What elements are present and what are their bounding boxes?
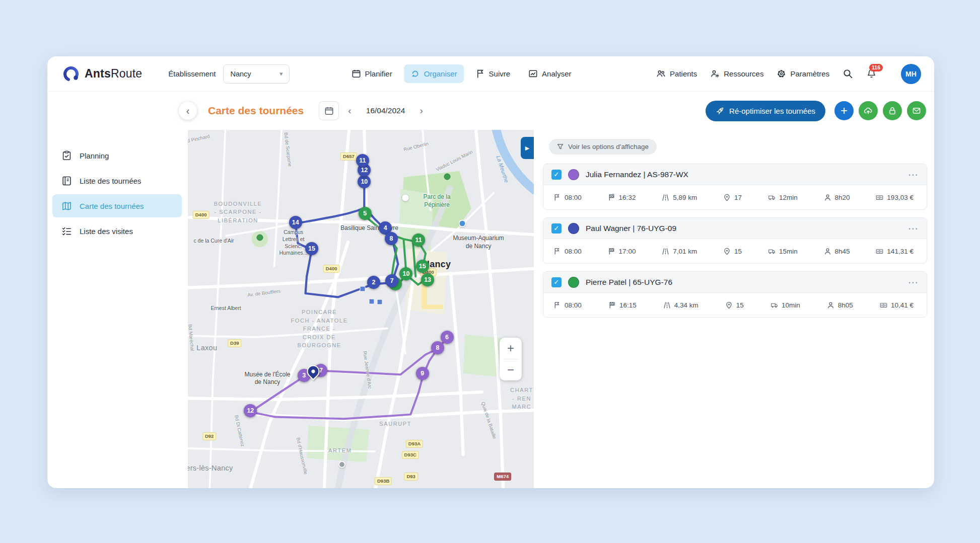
brand-logo[interactable]: AntsRoute — [62, 65, 142, 83]
stat-work-duration: 8h45 — [824, 248, 850, 255]
route-color-dot — [568, 169, 579, 180]
stat-stops: 15 — [725, 301, 744, 309]
map-marker[interactable]: 5 — [359, 207, 372, 220]
nav-planifier[interactable]: Planifier — [345, 64, 399, 83]
person-icon — [824, 194, 831, 201]
map[interactable]: Bd de Scarponed PinchardRue OberlinViadu… — [188, 130, 534, 488]
route-card: ✓ Julia Fernandez | AS-987-WX ⋯ 08: — [543, 164, 927, 210]
nav-ressources[interactable]: Ressources — [710, 69, 763, 79]
check-icon: ✓ — [554, 171, 559, 178]
route-card-header[interactable]: ✓ Pierre Patel | 65-UYG-76 ⋯ — [543, 272, 927, 293]
nav-analyser[interactable]: Analyser — [522, 64, 578, 83]
route-card-header[interactable]: ✓ Julia Fernandez | AS-987-WX ⋯ — [543, 164, 927, 185]
map-marker[interactable]: 10 — [399, 267, 412, 280]
patients-icon — [656, 69, 666, 79]
route-card-header[interactable]: ✓ Paul Wagner | 76-UYG-09 ⋯ — [543, 218, 927, 239]
stat-start-time: 08:00 — [553, 248, 582, 255]
page-title: Carte des tournées — [208, 105, 304, 117]
nav-suivre[interactable]: Suivre — [469, 64, 517, 83]
marker-number: 7 — [390, 277, 394, 284]
marker-number: 3 — [302, 372, 306, 379]
mail-button[interactable] — [907, 101, 926, 120]
nav-organiser[interactable]: Organiser — [404, 64, 464, 83]
map-marker[interactable]: 13 — [421, 273, 434, 286]
map-marker[interactable]: 15 — [416, 260, 429, 273]
zoom-out-button[interactable]: − — [500, 359, 522, 380]
expand-panel-button[interactable]: ▶ — [521, 137, 534, 159]
map-marker[interactable]: 15 — [305, 242, 318, 255]
map-marker[interactable]: 3 — [298, 369, 311, 382]
sidebar-item-liste-tournees[interactable]: Liste des tournées — [52, 169, 182, 192]
map-marker[interactable]: 8 — [385, 232, 398, 245]
map-marker[interactable]: 2 — [367, 276, 380, 289]
sidebar-item-planning[interactable]: Planning — [52, 144, 182, 167]
map-marker[interactable]: 11 — [412, 234, 425, 247]
sidebar-item-liste-visites[interactable]: Liste des visites — [52, 219, 182, 243]
brand-name: AntsRoute — [85, 67, 142, 81]
page: AntsRoute Établissement Nancy ▾ Planifie… — [0, 0, 980, 543]
stat-cost: 193,03 € — [876, 194, 914, 201]
map-marker[interactable]: 8 — [431, 341, 444, 354]
nav-patients[interactable]: Patients — [656, 69, 697, 79]
route-checkbox[interactable]: ✓ — [551, 170, 562, 180]
back-button[interactable]: ‹ — [179, 102, 197, 120]
map-marker[interactable]: 14 — [289, 216, 302, 229]
marker-number: 11 — [359, 157, 366, 164]
rocket-icon — [716, 107, 724, 115]
establishment-value: Nancy — [231, 70, 251, 78]
add-button[interactable]: + — [834, 101, 854, 120]
next-day-button[interactable]: › — [413, 103, 430, 118]
person-icon — [827, 301, 834, 309]
route-menu-button[interactable]: ⋯ — [908, 169, 919, 181]
reoptimize-button[interactable]: Ré-optimiser les tournées — [706, 101, 825, 121]
finish-flag-icon — [608, 194, 615, 201]
banknote-icon — [876, 248, 883, 255]
notifications-button[interactable]: 116 — [866, 68, 877, 79]
map-marker[interactable]: 6 — [441, 331, 454, 344]
sidebar: Planning Liste des tournées Carte des to… — [47, 92, 188, 488]
display-options-button[interactable]: Voir les options d'affichage — [549, 139, 657, 154]
lock-icon — [888, 106, 897, 115]
marker-number: 13 — [424, 276, 431, 283]
stat-start-time: 08:00 — [553, 301, 582, 309]
map-marker[interactable]: 9 — [416, 367, 429, 380]
marker-number: 15 — [419, 263, 426, 270]
marker-number: 8 — [436, 344, 440, 351]
cloud-sync-button[interactable] — [859, 101, 878, 120]
route-driver-name: Julia Fernandez | AS-987-WX — [586, 170, 688, 179]
banknote-icon — [876, 194, 883, 201]
zoom-in-button[interactable]: + — [500, 338, 522, 359]
map-marker[interactable]: 12 — [244, 404, 257, 417]
user-avatar[interactable]: MH — [901, 64, 921, 84]
pin-icon — [723, 248, 731, 255]
establishment-label: Établissement — [168, 69, 216, 78]
map-marker[interactable]: 11 — [356, 154, 369, 167]
route-driver-name: Pierre Patel | 65-UYG-76 — [586, 278, 672, 287]
marker-layer: 5 4 8 11 15 10 — [188, 130, 534, 488]
expand-icon: ▶ — [525, 145, 529, 151]
route-driver-name: Paul Wagner | 76-UYG-09 — [586, 224, 676, 233]
route-menu-button[interactable]: ⋯ — [908, 222, 919, 235]
map-marker[interactable]: 7 — [314, 364, 327, 377]
clipboard-icon — [61, 150, 72, 161]
route-menu-button[interactable]: ⋯ — [908, 276, 919, 288]
route-checkbox[interactable]: ✓ — [551, 277, 562, 287]
marker-number: 9 — [421, 370, 424, 377]
sidebar-item-carte-tournees[interactable]: Carte des tournées — [52, 194, 182, 217]
gear-icon — [777, 69, 786, 79]
establishment-select[interactable]: Nancy ▾ — [223, 64, 290, 84]
stat-cost: 141,31 € — [876, 248, 914, 255]
stat-distance: 5,89 km — [662, 194, 697, 201]
nav-parametres[interactable]: Paramètres — [777, 69, 829, 79]
book-icon — [61, 176, 72, 186]
lock-button[interactable] — [883, 101, 902, 120]
vehicle-icon — [768, 194, 776, 201]
search-button[interactable] — [843, 68, 853, 79]
marker-number: 4 — [384, 224, 387, 231]
route-checkbox[interactable]: ✓ — [551, 223, 562, 234]
previous-day-button[interactable]: ‹ — [341, 103, 358, 118]
stat-distance: 7,01 km — [662, 248, 697, 255]
marker-number: 11 — [415, 237, 422, 244]
stat-drive-time: 12min — [768, 194, 798, 201]
calendar-picker-button[interactable] — [319, 101, 339, 120]
